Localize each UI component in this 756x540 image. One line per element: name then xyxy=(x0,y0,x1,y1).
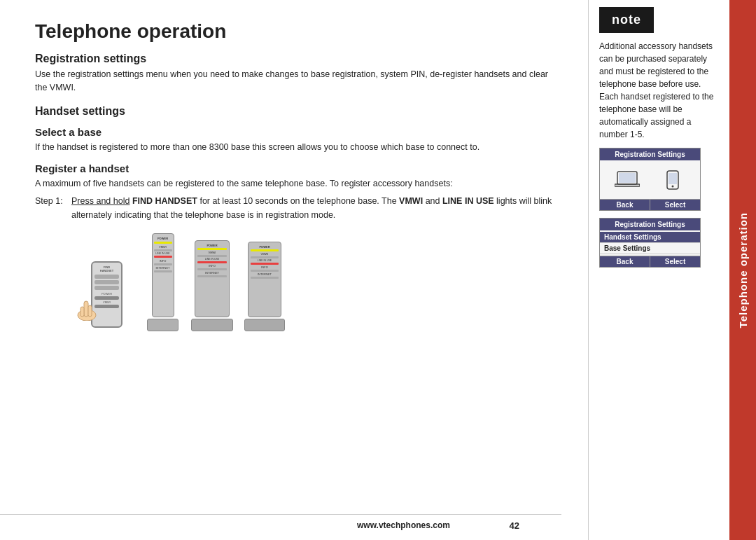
internet-led xyxy=(154,270,172,272)
svg-rect-8 xyxy=(668,173,677,184)
screen2-title: Registration Settings xyxy=(600,219,700,230)
screen2-select-btn[interactable]: Select xyxy=(650,256,700,267)
vmwi-led-2 xyxy=(197,255,227,257)
step-vmwi: VMWI xyxy=(399,196,423,206)
page-title: Telephone operation xyxy=(35,21,560,43)
power-led-3 xyxy=(251,249,279,251)
base-body-1: POWER VMWI LINE IN USE INFO INTERNET xyxy=(152,233,174,317)
internet-label: INTERNET xyxy=(154,266,172,270)
vmwi-led xyxy=(154,249,172,251)
power-label-2: POWER xyxy=(197,244,227,247)
handset-btn1 xyxy=(94,275,119,279)
main-content: Telephone operation Registration setting… xyxy=(0,0,588,540)
side-tab: Telephone operation xyxy=(729,0,756,540)
line-led xyxy=(154,256,172,258)
screen2-item-base: Base Settings xyxy=(600,243,700,254)
right-panel: note Additional accessory handsets can b… xyxy=(588,0,724,540)
illustration-area: FINDHANDSET POWER VMWI xyxy=(35,233,560,331)
handset-settings-heading: Handset settings xyxy=(35,105,560,118)
svg-point-9 xyxy=(672,185,674,187)
power-led-2 xyxy=(197,248,227,250)
handset-label-find: FINDHANDSET xyxy=(94,265,119,272)
note-box: note xyxy=(599,7,654,33)
svg-rect-1 xyxy=(84,301,88,317)
screen2-item-handset: Handset Settings xyxy=(600,232,700,243)
internet-led-3 xyxy=(251,277,279,279)
register-handset-heading: Register a handset xyxy=(35,162,560,174)
handset-btn3 xyxy=(94,286,119,290)
vmwi-label-base: VMWI xyxy=(154,245,172,249)
step-content: Press and hold FIND HANDSET for at least… xyxy=(71,195,560,222)
handset-power-btn xyxy=(94,296,119,300)
screen1-title: Registration Settings xyxy=(600,148,700,160)
step-press-hold: Press and hold xyxy=(71,196,130,206)
step-mid: for at least 10 seconds on the telephone… xyxy=(200,196,399,206)
registration-heading: Registration settings xyxy=(35,53,560,65)
line-led-2 xyxy=(197,261,227,263)
side-tab-label: Telephone operation xyxy=(737,212,749,328)
screen1-back-btn[interactable]: Back xyxy=(600,200,650,210)
base-stand-2 xyxy=(191,319,233,331)
screen-mockup-2-container: Registration Settings Handset Settings B… xyxy=(599,218,714,268)
footer-url: www.vtechphones.com xyxy=(281,520,526,530)
info-led-3 xyxy=(251,270,279,272)
vmwi-label-3: VMWI xyxy=(251,252,279,256)
handset-btn2 xyxy=(94,280,119,284)
internet-label-2: INTERNET xyxy=(197,271,227,275)
base-unit-2: POWER VMWI LINE IN USE INFO INTERNET xyxy=(191,240,233,331)
screen1-select-btn[interactable]: Select xyxy=(650,200,700,210)
info-led-2 xyxy=(197,268,227,270)
screen2-back-btn[interactable]: Back xyxy=(600,256,650,267)
step-line-in-use: LINE IN USE xyxy=(442,196,494,206)
note-text: Additional accessory handsets can be pur… xyxy=(599,40,714,141)
vmwi-led-3 xyxy=(251,256,279,258)
hand-phone-illustration: FINDHANDSET POWER VMWI xyxy=(77,261,133,331)
internet-led-2 xyxy=(197,275,227,277)
base-stand-1 xyxy=(147,319,178,331)
svg-rect-2 xyxy=(88,305,92,317)
line-label-2: LINE IN USE xyxy=(197,258,227,261)
laptop-icon xyxy=(614,169,640,191)
screen1-footer: Back Select xyxy=(600,199,700,210)
register-handset-body1: A maximum of five handsets can be regist… xyxy=(35,177,560,191)
step-find-handset: FIND HANDSET xyxy=(132,196,200,206)
screen2-items: Handset Settings Base Settings xyxy=(600,230,700,256)
info-led xyxy=(154,263,172,265)
step-and: and xyxy=(426,196,442,206)
line-label-3: LINE IN USE xyxy=(251,259,279,262)
screen-mockup-2: Registration Settings Handset Settings B… xyxy=(599,218,701,268)
handset-power-label: POWER xyxy=(94,292,119,296)
line-in-use-label: LINE IN USE xyxy=(154,252,172,255)
registration-body: Use the registration settings menu when … xyxy=(35,68,560,95)
vmwi-label-2: VMWI xyxy=(197,251,227,254)
screen-mockup-1: Registration Settings xyxy=(599,148,701,211)
screen1-body xyxy=(600,160,700,199)
info-label: INFO xyxy=(154,259,172,263)
hand-shape xyxy=(77,300,97,321)
base-unit-1: POWER VMWI LINE IN USE INFO INTERNET xyxy=(147,233,178,331)
line-led-3 xyxy=(251,263,279,265)
phone-icon xyxy=(659,169,686,191)
step-label: Step 1: xyxy=(35,195,71,222)
select-base-body: If the handset is registered to more tha… xyxy=(35,141,560,154)
info-label-2: INFO xyxy=(197,264,227,268)
svg-rect-5 xyxy=(619,173,636,183)
info-label-3: INFO xyxy=(251,265,279,269)
base-stand-3 xyxy=(244,319,285,331)
handset-vmwi-label: VMWI xyxy=(94,300,119,304)
svg-rect-3 xyxy=(80,307,84,317)
select-base-heading: Select a base xyxy=(35,126,560,138)
base-body-3: POWER VMWI LINE IN USE INFO INTERNET xyxy=(248,242,281,317)
internet-label-3: INTERNET xyxy=(251,272,279,276)
power-label-3: POWER xyxy=(251,245,279,249)
handset-vmwi-btn xyxy=(94,305,119,308)
page-number: 42 xyxy=(510,520,519,531)
power-label: POWER xyxy=(154,237,172,240)
power-led xyxy=(154,242,172,244)
base-body-2: POWER VMWI LINE IN USE INFO INTERNET xyxy=(195,240,230,317)
page-footer: www.vtechphones.com 42 xyxy=(0,514,561,530)
screen-mockup-1-container: Registration Settings xyxy=(599,148,714,211)
screen2-footer: Back Select xyxy=(600,256,700,267)
step-1: Step 1: Press and hold FIND HANDSET for … xyxy=(35,195,560,222)
svg-rect-6 xyxy=(615,184,640,186)
